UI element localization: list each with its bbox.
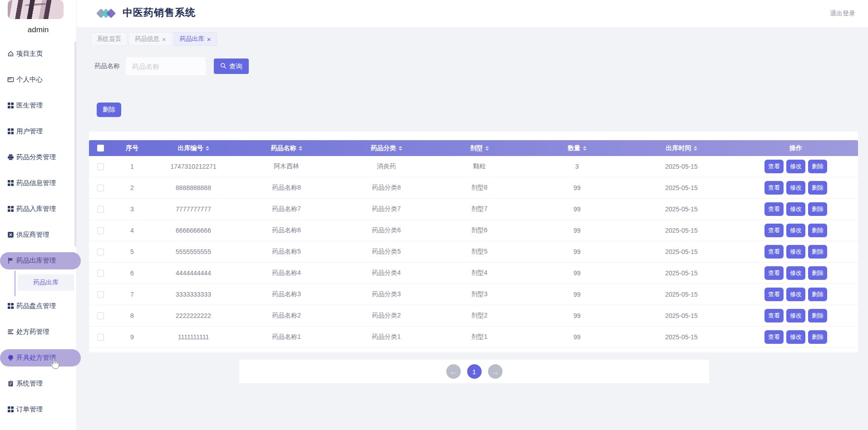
column-header-2[interactable]: 药品名称: [234, 144, 339, 152]
sidebar-item-5[interactable]: 药品信息管理: [0, 170, 76, 196]
view-button[interactable]: 查看: [764, 202, 784, 216]
sidebar-item-13[interactable]: 订单管理: [0, 396, 76, 422]
cell-index: 8: [112, 312, 153, 319]
close-tab-icon[interactable]: ×: [162, 36, 166, 43]
delete-button[interactable]: 删除: [808, 266, 827, 280]
view-button[interactable]: 查看: [764, 181, 784, 195]
page-number-button[interactable]: 1: [467, 364, 482, 379]
row-checkbox[interactable]: [97, 163, 104, 170]
card-icon: [7, 76, 15, 83]
cell-category: 药品分类3: [339, 290, 434, 298]
column-header-3[interactable]: 药品分类: [339, 144, 434, 152]
row-checkbox[interactable]: [97, 185, 104, 191]
search-label: 药品名称: [94, 62, 120, 70]
edit-button[interactable]: 修改: [786, 266, 805, 280]
cell-form: 剂型1: [434, 333, 525, 341]
delete-button[interactable]: 删除: [808, 245, 827, 259]
column-header-1[interactable]: 出库编号: [153, 144, 234, 152]
cell-name: 药品名称2: [234, 312, 339, 320]
sidebar-item-label: 项目主页: [16, 49, 43, 58]
sidebar-item-6[interactable]: 药品入库管理: [0, 196, 76, 222]
tab-0[interactable]: 系统首页: [91, 32, 127, 46]
row-checkbox-cell: [89, 185, 112, 191]
table-row: 11747310212271阿木西林消炎药颗粒32025-05-15查看修改删除: [89, 156, 858, 177]
column-header-6[interactable]: 出库时间: [629, 144, 734, 152]
view-button[interactable]: 查看: [764, 330, 784, 344]
row-checkbox[interactable]: [97, 227, 104, 234]
submenu-indicator: [15, 271, 15, 296]
row-checkbox[interactable]: [97, 270, 104, 277]
sort-arrows-icon[interactable]: [299, 146, 302, 151]
cell-date: 2025-05-15: [629, 248, 734, 255]
view-button[interactable]: 查看: [764, 245, 784, 259]
sidebar-item-2[interactable]: 医生管理: [0, 93, 76, 118]
edit-button[interactable]: 修改: [786, 245, 805, 259]
edit-button[interactable]: 修改: [786, 202, 805, 216]
close-tab-icon[interactable]: ×: [207, 36, 211, 43]
cell-qty: 99: [525, 205, 629, 213]
sort-arrows-icon[interactable]: [485, 146, 489, 151]
row-checkbox[interactable]: [97, 291, 104, 298]
search-input[interactable]: [126, 57, 206, 75]
select-all-checkbox[interactable]: [97, 145, 104, 151]
edit-button[interactable]: 修改: [786, 330, 805, 344]
table-row: 82222222222药品名称2药品分类2剂型2992025-05-15查看修改…: [89, 305, 858, 327]
cell-name: 药品名称8: [234, 184, 339, 192]
sidebar-item-1[interactable]: 个人中心: [0, 67, 76, 93]
sidebar-item-11[interactable]: 开具处方管理: [0, 349, 81, 366]
next-page-button[interactable]: →: [488, 364, 503, 379]
delete-button[interactable]: 删除: [808, 181, 827, 195]
sidebar-item-9[interactable]: 药品盘点管理: [0, 293, 76, 319]
avatar[interactable]: [8, 0, 64, 19]
view-button[interactable]: 查看: [764, 266, 784, 280]
sidebar-scrollbar[interactable]: [74, 42, 76, 247]
sort-arrows-icon[interactable]: [583, 146, 587, 151]
edit-button[interactable]: 修改: [786, 181, 805, 195]
sidebar-item-0[interactable]: 项目主页: [0, 41, 76, 67]
delete-button[interactable]: 删除: [808, 309, 827, 322]
view-button[interactable]: 查看: [764, 160, 784, 173]
delete-button[interactable]: 删除: [808, 224, 827, 237]
row-checkbox[interactable]: [97, 334, 104, 341]
sidebar-subitem-0[interactable]: 药品出库: [18, 274, 74, 291]
row-checkbox-cell: [89, 313, 112, 319]
sort-arrows-icon[interactable]: [399, 146, 402, 151]
bulk-delete-button[interactable]: 删除: [97, 103, 121, 117]
sidebar-item-label: 药品入库管理: [16, 205, 56, 213]
cell-qty: 99: [525, 312, 629, 319]
tab-1[interactable]: 药品信息×: [129, 32, 172, 46]
row-checkbox[interactable]: [97, 249, 104, 255]
edit-button[interactable]: 修改: [786, 160, 805, 173]
column-header-4[interactable]: 剂型: [434, 144, 525, 152]
delete-button[interactable]: 删除: [808, 288, 827, 301]
sidebar-item-10[interactable]: 处方药管理: [0, 319, 76, 345]
edit-button[interactable]: 修改: [786, 288, 805, 301]
cell-code: 1111111111: [153, 333, 234, 341]
edit-button[interactable]: 修改: [786, 224, 805, 237]
cell-form: 剂型7: [434, 205, 525, 213]
view-button[interactable]: 查看: [764, 224, 784, 237]
sidebar-item-4[interactable]: 药品分类管理: [0, 144, 76, 170]
column-header-7: 操作: [734, 144, 858, 152]
logout-button[interactable]: 退出登录: [830, 10, 855, 18]
row-checkbox[interactable]: [97, 206, 104, 213]
view-button[interactable]: 查看: [764, 288, 784, 301]
sidebar-item-3[interactable]: 用户管理: [0, 118, 76, 144]
row-checkbox[interactable]: [97, 313, 104, 319]
sidebar-item-7[interactable]: 供应商管理: [0, 222, 76, 248]
delete-button[interactable]: 删除: [808, 330, 827, 344]
cell-form: 剂型6: [434, 226, 525, 235]
column-header-5[interactable]: 数量: [525, 144, 629, 152]
edit-button[interactable]: 修改: [786, 309, 805, 322]
delete-button[interactable]: 删除: [808, 202, 827, 216]
sort-arrows-icon[interactable]: [206, 146, 209, 151]
view-button[interactable]: 查看: [764, 309, 784, 322]
sort-arrows-icon[interactable]: [694, 146, 697, 151]
sidebar-item-12[interactable]: 系统管理: [0, 371, 76, 396]
sidebar-item-8[interactable]: 药品出库管理: [0, 252, 81, 269]
search-button[interactable]: 查询: [214, 59, 249, 74]
flag-icon: [7, 257, 15, 264]
prev-page-button[interactable]: ←: [446, 364, 461, 379]
delete-button[interactable]: 删除: [808, 160, 827, 173]
tab-2[interactable]: 药品出库×: [174, 32, 217, 46]
